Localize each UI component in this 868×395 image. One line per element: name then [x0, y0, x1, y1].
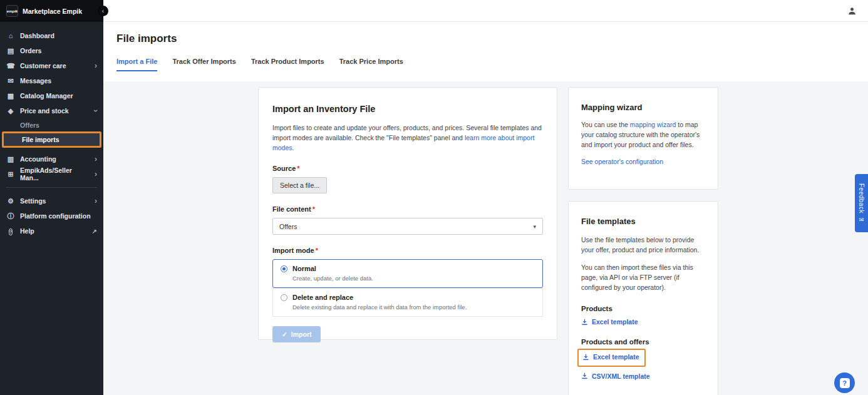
sidebar-item-accounting[interactable]: ▥ Accounting ›	[0, 151, 103, 167]
products-excel-template-link[interactable]: Excel template	[581, 318, 638, 326]
tab-import-a-file[interactable]: Import a File	[116, 58, 157, 71]
chevron-right-icon: ›	[95, 197, 97, 205]
check-icon: ✓	[282, 331, 287, 338]
brand-title: Marketplace Empik	[23, 8, 82, 15]
help-floating-button[interactable]: ?	[834, 372, 855, 393]
import-mode-option-delete-replace[interactable]: Delete and replace Delete existing data …	[272, 288, 543, 317]
products-offers-csv-xml-template-link[interactable]: CSV/XML template	[581, 372, 650, 380]
catalog-icon: ▦	[6, 92, 15, 100]
import-inventory-card: Import an Inventory File Import files to…	[258, 87, 557, 340]
empik-logo: empik	[6, 5, 18, 17]
import-mode-options: Normal Create, update, or delete data. D…	[272, 259, 543, 317]
annotation-box-excel-template: Excel template	[577, 349, 646, 367]
templates-paragraph-1: Use the file templates below to provide …	[581, 235, 705, 255]
option-title: Normal	[292, 265, 316, 272]
card-intro: Import files to create and update your o…	[272, 123, 543, 153]
feedback-icon: ✉	[859, 217, 864, 223]
sidebar-subitem-offers[interactable]: Offers	[0, 118, 103, 131]
operator-configuration-link[interactable]: See operator's configuration	[581, 158, 663, 165]
sidebar-item-label: EmpikAds/Seller Man...	[20, 167, 90, 182]
sidebar-item-label: Orders	[20, 47, 41, 54]
sidebar-item-empikads[interactable]: ⊞ EmpikAds/Seller Man... ›	[0, 167, 103, 182]
tab-track-price-imports[interactable]: Track Price Imports	[339, 58, 403, 71]
chevron-right-icon: ›	[95, 62, 97, 69]
radio-normal[interactable]	[281, 265, 287, 272]
question-icon: ?	[840, 378, 850, 388]
tab-bar: Import a File Track Offer Imports Track …	[116, 58, 868, 71]
download-icon	[581, 372, 588, 379]
import-button-label: Import	[291, 331, 312, 338]
sidebar-item-label: Accounting	[20, 155, 56, 163]
chevron-right-icon: ›	[95, 155, 97, 163]
required-mark: *	[316, 247, 318, 254]
file-content-value: Offers	[279, 223, 297, 230]
sidebar-item-price-and-stock[interactable]: ◈ Price and stock ›	[0, 103, 103, 118]
home-icon: ⌂	[6, 32, 15, 39]
sidebar-item-dashboard[interactable]: ⌂ Dashboard	[0, 28, 103, 43]
sidebar-collapse-button[interactable]: ‹	[98, 6, 108, 16]
card-title: Import an Inventory File	[272, 104, 543, 114]
products-heading: Products	[581, 305, 705, 312]
sidebar-item-label: Price and stock	[20, 107, 69, 115]
feedback-label: Feedback	[858, 183, 865, 213]
tab-track-offer-imports[interactable]: Track Offer Imports	[172, 58, 235, 71]
select-file-button[interactable]: Select a file...	[272, 177, 327, 193]
page-title: File imports	[116, 33, 868, 45]
caret-down-icon: ▾	[533, 223, 536, 230]
required-mark: *	[313, 205, 315, 213]
source-label: Source*	[272, 165, 543, 172]
file-content-label: File content*	[272, 205, 543, 213]
products-offers-excel-template-link[interactable]: Excel template	[582, 353, 639, 361]
message-icon: ✉	[6, 77, 15, 85]
sidebar-item-label: Customer care	[20, 62, 66, 69]
mapping-wizard-card: Mapping wizard You can use the mapping w…	[568, 87, 718, 190]
sidebar-item-label: Catalog Manager	[20, 92, 73, 100]
mapping-wizard-link[interactable]: mapping wizard	[630, 121, 676, 128]
import-mode-option-normal[interactable]: Normal Create, update, or delete data.	[272, 259, 543, 288]
sidebar-item-label: Messages	[20, 77, 51, 85]
tab-track-product-imports[interactable]: Track Product Imports	[251, 58, 324, 71]
grid-icon: ⊞	[6, 170, 15, 178]
sidebar: empik Marketplace Empik ⌂ Dashboard ▤ Or…	[0, 0, 103, 395]
user-icon[interactable]	[847, 6, 857, 16]
sidebar-nav: ⌂ Dashboard ▤ Orders ☎ Customer care › ✉…	[0, 22, 103, 239]
external-link-icon: ↗	[92, 228, 97, 235]
file-content-select[interactable]: Offers ▾	[272, 218, 543, 235]
option-description: Create, update, or delete data.	[292, 275, 535, 282]
sidebar-item-label: Dashboard	[20, 32, 54, 39]
header-area: File imports Import a File Track Offer I…	[103, 0, 868, 81]
templates-paragraph-2: You can then import these files via this…	[581, 262, 705, 292]
sidebar-item-customer-care[interactable]: ☎ Customer care ›	[0, 58, 103, 73]
card-title: Mapping wizard	[581, 103, 705, 112]
option-description: Delete existing data and replace it with…	[292, 304, 535, 310]
file-templates-card: File templates Use the file templates be…	[568, 201, 718, 395]
orders-icon: ▤	[6, 47, 15, 55]
sidebar-item-orders[interactable]: ▤ Orders	[0, 43, 103, 58]
sidebar-item-platform-configuration[interactable]: ⓘ Platform configuration	[0, 208, 103, 223]
sidebar-subitem-file-imports[interactable]: File imports	[2, 131, 101, 148]
mapping-wizard-text: You can use the mapping wizard to map yo…	[581, 120, 705, 150]
topbar	[103, 0, 868, 22]
sidebar-item-messages[interactable]: ✉ Messages	[0, 73, 103, 88]
chevron-down-icon: ›	[92, 110, 100, 112]
download-icon	[582, 354, 589, 361]
sidebar-item-catalog-manager[interactable]: ▦ Catalog Manager	[0, 88, 103, 103]
help-icon: ?	[6, 227, 15, 235]
sidebar-item-settings[interactable]: ⚙ Settings ›	[0, 193, 103, 208]
accounting-icon: ▥	[6, 155, 15, 163]
sidebar-divider	[6, 187, 97, 188]
tag-icon: ◈	[6, 107, 15, 115]
radio-delete-replace[interactable]	[281, 294, 287, 301]
import-button[interactable]: ✓ Import	[272, 326, 321, 342]
option-title: Delete and replace	[292, 294, 353, 301]
headset-icon: ☎	[6, 62, 15, 70]
settings-icon: ⚙	[6, 197, 15, 205]
sidebar-item-help[interactable]: ? Help ↗	[0, 223, 103, 239]
required-mark: *	[297, 165, 299, 172]
feedback-tab[interactable]: Feedback ✉	[855, 174, 868, 232]
info-icon: ⓘ	[6, 212, 15, 221]
sidebar-item-label: Platform configuration	[20, 212, 91, 220]
sidebar-item-label: Help	[20, 227, 34, 235]
download-icon	[581, 319, 588, 326]
sidebar-header: empik Marketplace Empik	[0, 0, 103, 22]
